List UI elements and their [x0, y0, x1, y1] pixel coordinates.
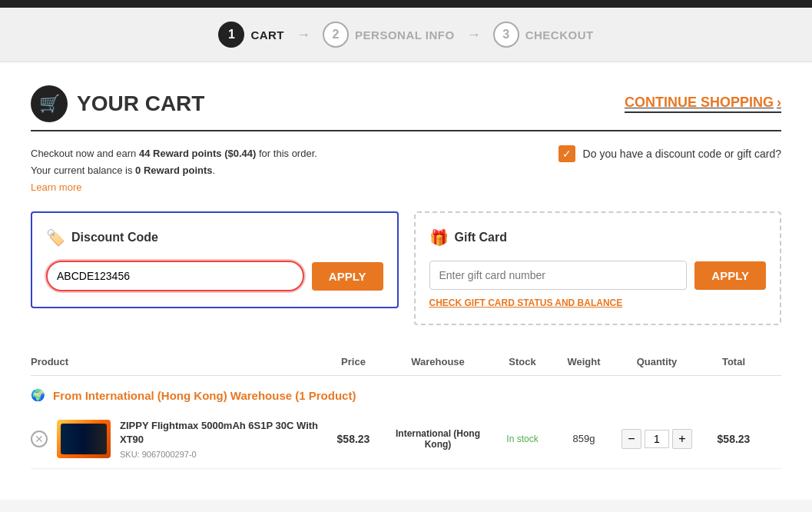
discount-gift-row: 🏷️ Discount Code APPLY 🎁 Gift Card APPLY…	[31, 211, 781, 325]
arrow-2: →	[467, 27, 481, 43]
product-info: ✕ ZIPPY Flightmax 5000mAh 6S1P 30C With …	[31, 419, 323, 458]
product-image	[57, 420, 111, 458]
continue-shopping-label: CONTINUE SHOPPING	[625, 95, 774, 111]
remove-button[interactable]: ✕	[31, 431, 48, 447]
discount-box-title: 🏷️ Discount Code	[46, 228, 383, 247]
table-header: Product Price Warehouse Stock Weight Qua…	[31, 348, 781, 376]
discount-checkbox-icon[interactable]: ✓	[558, 145, 575, 162]
warehouse-heading: 🌍 From International (Hong Kong) Warehou…	[31, 376, 781, 410]
product-img-inner	[61, 424, 107, 454]
cart-header: 🛒 YOUR CART CONTINUE SHOPPING ›	[31, 85, 781, 122]
product-sku: SKU: 9067000297-0	[120, 450, 323, 459]
rewards-text: Checkout now and earn 44 Reward points (…	[31, 145, 317, 196]
gift-input-row: APPLY	[429, 261, 767, 290]
cart-icon: 🛒	[31, 85, 68, 122]
rewards-line2: Your current balance is 0 Reward points.	[31, 162, 317, 179]
gift-card-input[interactable]	[429, 261, 688, 290]
discount-code-input[interactable]	[46, 261, 304, 291]
step-circle-1: 1	[218, 22, 244, 48]
discount-input-row: APPLY	[46, 261, 383, 291]
cart-title-row: 🛒 YOUR CART	[31, 85, 204, 122]
product-weight: 859g	[553, 433, 615, 444]
rewards-section: Checkout now and earn 44 Reward points (…	[31, 145, 781, 196]
discount-apply-button[interactable]: APPLY	[312, 262, 383, 291]
col-weight: Weight	[553, 356, 615, 367]
main-content: 🛒 YOUR CART CONTINUE SHOPPING › Checkout…	[0, 62, 812, 500]
stepper-bar: 1 CART → 2 PERSONAL INFO → 3 CHECKOUT	[0, 8, 812, 62]
arrow-1: →	[297, 27, 310, 43]
table-row: ✕ ZIPPY Flightmax 5000mAh 6S1P 30C With …	[31, 410, 781, 468]
step-circle-2: 2	[323, 22, 349, 48]
product-stock: In stock	[492, 434, 553, 444]
col-warehouse: Warehouse	[384, 356, 492, 367]
step-checkout[interactable]: 3 CHECKOUT	[493, 22, 594, 48]
quantity-control: − +	[615, 429, 699, 449]
check-gift-card-link[interactable]: CHECK GIFT CARD STATUS AND BALANCE	[429, 298, 623, 308]
top-bar	[0, 0, 812, 8]
discount-title-label: Discount Code	[71, 231, 158, 244]
col-stock: Stock	[492, 356, 553, 367]
qty-decrease-button[interactable]: −	[621, 429, 641, 449]
gift-box-title: 🎁 Gift Card	[429, 228, 767, 247]
qty-increase-button[interactable]: +	[672, 429, 692, 449]
rewards-balance: 0 Reward points	[135, 165, 212, 176]
discount-box: 🏷️ Discount Code APPLY	[31, 211, 399, 308]
gift-title-label: Gift Card	[455, 231, 507, 244]
col-price: Price	[323, 356, 384, 367]
gift-apply-button[interactable]: APPLY	[694, 261, 766, 290]
cart-title: YOUR CART	[77, 91, 204, 116]
col-total: Total	[699, 356, 768, 367]
continue-shopping-link[interactable]: CONTINUE SHOPPING ›	[625, 95, 781, 113]
product-name: ZIPPY Flightmax 5000mAh 6S1P 30C With XT…	[120, 419, 323, 447]
step-circle-3: 3	[493, 22, 519, 48]
header-divider	[31, 130, 781, 131]
col-product: Product	[31, 356, 323, 367]
rewards-points: 44 Reward points ($0.44)	[139, 148, 256, 159]
warehouse-heading-label: From International (Hong Kong) Warehouse…	[53, 389, 356, 402]
step-personal[interactable]: 2 PERSONAL INFO	[323, 22, 455, 48]
discount-checkbox-label: Do you have a discount code or gift card…	[583, 148, 781, 160]
col-quantity: Quantity	[615, 356, 699, 367]
globe-icon: 🌍	[31, 388, 45, 402]
product-price: $58.23	[323, 433, 384, 445]
discount-checkbox-row: ✓ Do you have a discount code or gift ca…	[558, 145, 781, 162]
product-total: $58.23	[699, 433, 768, 445]
learn-more-link[interactable]: Learn more	[31, 181, 81, 193]
rewards-line1: Checkout now and earn 44 Reward points (…	[31, 145, 317, 162]
gift-box: 🎁 Gift Card APPLY CHECK GIFT CARD STATUS…	[414, 211, 782, 325]
discount-icon: 🏷️	[46, 228, 65, 247]
step-label-cart: CART	[250, 28, 284, 42]
step-cart[interactable]: 1 CART	[218, 22, 284, 48]
quantity-input[interactable]	[645, 430, 669, 448]
gift-icon: 🎁	[429, 228, 449, 247]
step-label-checkout: CHECKOUT	[525, 28, 594, 42]
product-warehouse: International (Hong Kong)	[384, 428, 492, 450]
continue-shopping-arrow: ›	[777, 95, 781, 111]
step-label-personal: PERSONAL INFO	[355, 28, 455, 42]
product-details: ZIPPY Flightmax 5000mAh 6S1P 30C With XT…	[120, 419, 323, 458]
